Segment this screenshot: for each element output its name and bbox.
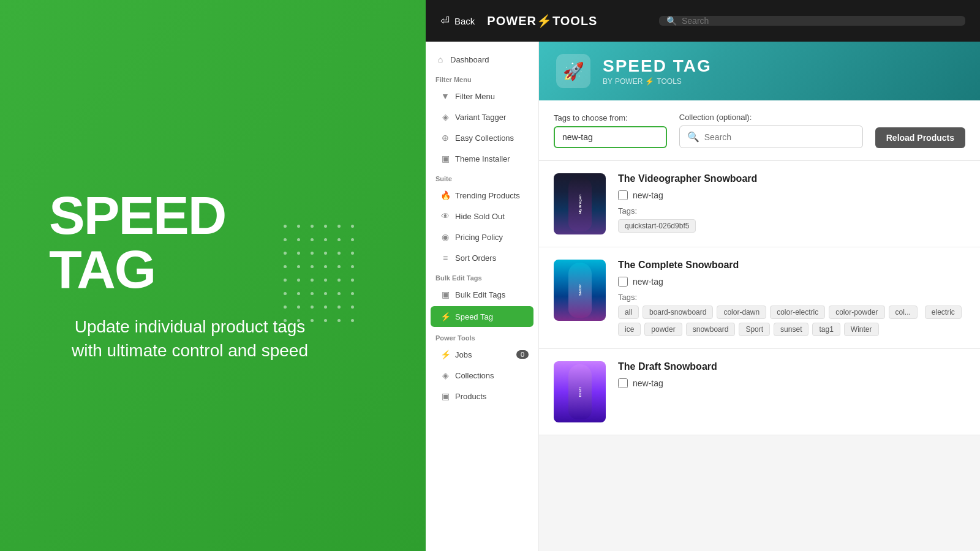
sidebar-hide-sold-out-label: Hide Sold Out [455,212,505,221]
collections-icon: ◈ [440,370,450,380]
sidebar-item-speed-tag[interactable]: ⚡ Speed Tag [431,306,533,327]
tag-checkbox-row-3: new-tag [618,378,965,388]
product-image-1: Hydrogen [554,173,606,234]
tag-pill: snowboard [686,323,736,336]
hero-subtitle: Update individual product tags with ulti… [61,315,318,362]
tag-pill: all [618,305,639,319]
tag-pill: ice [618,323,641,336]
tag-pill: Winter [844,323,879,336]
pricing-policy-icon: ◉ [440,232,450,242]
tag-checkbox-2[interactable] [618,277,628,287]
product-card-3: Draft The Draft Snowboard new-tag [539,349,980,435]
board-text-2: SHOP [578,284,582,296]
tag-checkbox-row-1: new-tag [618,190,965,200]
top-bar: ⏎ Back POWER⚡TOOLS 🔍 [426,0,980,42]
top-search-bar[interactable]: 🔍 [659,16,965,26]
sidebar-item-filter-menu[interactable]: ▼ Filter Menu [426,86,538,107]
speed-tag-brand-text: POWER [615,77,643,86]
sidebar-bulk-edit-label: Bulk Edit Tags [455,290,505,299]
tags-section-label-1: Tags: [618,206,965,216]
sidebar-section-bulk-edit: Bulk Edit Tags [426,268,538,284]
sidebar-item-easy-collections[interactable]: ⊕ Easy Collections [426,127,538,148]
sidebar-sort-orders-label: Sort Orders [455,253,496,263]
collection-field-group: Collection (optional): 🔍 [679,113,863,148]
speed-tag-header-text: SPEED TAG BY POWER ⚡ TOOLS [603,56,712,86]
sidebar-item-hide-sold-out[interactable]: 👁 Hide Sold Out [426,206,538,227]
dot-grid-decoration [284,225,358,326]
tag-pill: electric [925,305,962,319]
right-content: 🚀 SPEED TAG BY POWER ⚡ TOOLS Tags to cho… [539,42,980,551]
sidebar-pricing-policy-label: Pricing Policy [455,233,503,242]
sidebar-item-sort-orders[interactable]: ≡ Sort Orders [426,247,538,268]
logo: POWER⚡TOOLS [487,13,597,28]
tag-pill: powder [644,323,682,336]
tag-checkbox-label-2: new-tag [633,277,663,287]
sidebar-jobs-label: Jobs [455,350,472,359]
sidebar-item-products[interactable]: ▣ Products [426,386,538,407]
sidebar-item-bulk-edit-tags[interactable]: ▣ Bulk Edit Tags [426,284,538,305]
tag-checkbox-1[interactable] [618,190,628,200]
sidebar-dashboard-label: Dashboard [450,55,489,64]
tag-checkbox-3[interactable] [618,378,628,388]
sort-orders-icon: ≡ [440,253,450,263]
tag-pill: color-electric [770,305,825,319]
tag-pill: quickstart-026d9bf5 [618,219,696,233]
tag-pill: col... [889,305,918,319]
back-icon: ⏎ [440,14,450,28]
tags-label: Tags to choose from: [554,113,667,122]
tag-controls-row: Tags to choose from: Collection (optiona… [554,113,965,148]
product-name-2: The Complete Snowboard [618,260,965,271]
tag-checkbox-label-3: new-tag [633,378,663,388]
tag-pill: board-snowboard [643,305,713,319]
sidebar-item-pricing-policy[interactable]: ◉ Pricing Policy [426,227,538,247]
sidebar-products-label: Products [455,392,486,401]
sidebar-item-variant-tagger[interactable]: ◈ Variant Tagger [426,107,538,127]
sidebar-item-jobs[interactable]: ⚡ Jobs 0 [426,344,538,365]
board-text-1: Hydrogen [578,194,582,214]
collection-search[interactable]: 🔍 [679,126,863,148]
reload-products-button[interactable]: Reload Products [875,127,965,148]
hide-sold-out-icon: 👁 [440,211,450,221]
tag-pill: color-dawn [717,305,766,319]
sidebar-section-power-tools: Power Tools [426,328,538,344]
product-image-2: SHOP [554,260,606,321]
hero-panel: SPEED TAG Update individual product tags… [0,0,426,551]
product-card-1: Hydrogen The Videographer Snowboard new-… [539,161,980,247]
collection-search-input[interactable] [704,132,855,142]
sidebar-filter-menu-label: Filter Menu [455,92,495,101]
tags-list-1: quickstart-026d9bf5 [618,219,965,233]
tag-pill: sunset [774,323,809,336]
tags-field-group: Tags to choose from: [554,113,667,148]
speed-tag-header-title: SPEED TAG [603,56,712,76]
sidebar-easy-collections-label: Easy Collections [455,133,514,143]
app-window: ⏎ Back POWER⚡TOOLS 🔍 ⌂ Dashboard Filter … [426,0,980,551]
sidebar-item-collections[interactable]: ◈ Collections [426,365,538,386]
products-list: Hydrogen The Videographer Snowboard new-… [539,161,980,551]
theme-installer-icon: ▣ [440,154,450,163]
hero-title-line2: TAG [49,239,155,299]
product-info-2: The Complete Snowboard new-tag Tags: all… [618,260,965,336]
collection-label: Collection (optional): [679,113,863,122]
jobs-icon: ⚡ [440,350,450,359]
dashboard-icon: ⌂ [435,54,445,64]
tag-pill: color-powder [829,305,884,319]
back-button[interactable]: ⏎ Back [440,14,475,28]
bulk-edit-icon: ▣ [440,290,450,299]
sidebar-item-dashboard[interactable]: ⌂ Dashboard [426,49,538,70]
logo-suffix: TOOLS [552,14,598,28]
sidebar-item-theme-installer[interactable]: ▣ Theme Installer [426,148,538,169]
hero-title: SPEED TAG [49,189,225,296]
speed-tag-app-icon: 🚀 [556,54,590,88]
speed-tag-by-line: BY POWER ⚡ TOOLS [603,77,712,86]
tag-controls: Tags to choose from: Collection (optiona… [539,100,980,161]
speed-tag-icon: ⚡ [440,312,450,321]
tag-checkbox-row-2: new-tag [618,277,965,287]
product-card-2: SHOP The Complete Snowboard new-tag Tags… [539,247,980,349]
jobs-badge: 0 [516,350,529,359]
product-image-3: Draft [554,361,606,422]
product-info-3: The Draft Snowboard new-tag [618,361,965,394]
sidebar-item-trending-products[interactable]: 🔥 Trending Products [426,185,538,206]
search-input[interactable] [682,16,958,26]
board-text-3: Draft [578,387,582,397]
tag-input[interactable] [554,126,667,148]
